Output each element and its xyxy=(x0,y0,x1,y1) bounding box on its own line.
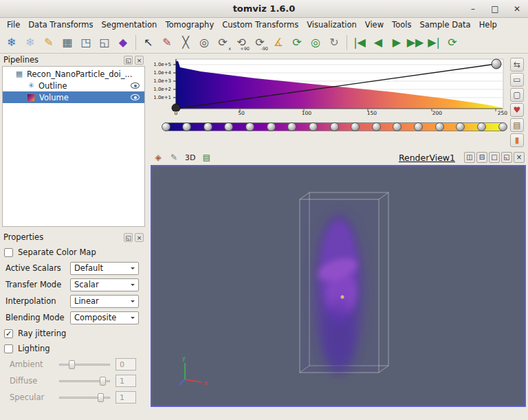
pin-view-icon[interactable]: ◈ xyxy=(152,151,164,164)
wireframe-cube-icon[interactable]: ◱ xyxy=(96,34,113,52)
combo-blending-mode[interactable]: Composite xyxy=(70,311,139,324)
pipeline-item-volume[interactable]: Volume xyxy=(3,91,144,103)
next-frame-icon[interactable]: ▶▶ xyxy=(406,34,424,52)
acquisition-icon[interactable]: ▦ xyxy=(58,34,76,52)
colormap-node[interactable] xyxy=(330,122,339,131)
properties-close-button[interactable]: × xyxy=(135,233,144,242)
render-view-title[interactable]: RenderView1 xyxy=(399,153,455,163)
color-legend-icon[interactable]: ▮ xyxy=(510,133,524,147)
loop-icon[interactable]: ⟳ xyxy=(443,34,461,52)
volume-cube-icon[interactable]: ◆ xyxy=(114,34,132,52)
menu-data-transforms[interactable]: Data Transforms xyxy=(24,19,97,31)
open-data-alt-icon[interactable]: ❄ xyxy=(21,34,39,52)
checkbox-row-lighting[interactable]: Lighting xyxy=(0,341,147,356)
view-mode-3d-label[interactable]: 3D xyxy=(184,153,197,162)
zoom-to-data-icon[interactable]: ◎ xyxy=(307,34,324,52)
zoom-box-icon[interactable]: ◎ xyxy=(195,34,213,52)
reset-camera-icon[interactable]: ⟳ xyxy=(288,34,306,52)
data-cube-icon[interactable]: ◳ xyxy=(77,34,95,52)
colormap-node[interactable] xyxy=(267,122,276,131)
colormap-node[interactable] xyxy=(162,122,170,131)
pipeline-root-item[interactable]: ▦ Recon_NanoParticle_doi_... xyxy=(3,68,144,80)
menu-custom-transforms[interactable]: Custom Transforms xyxy=(218,19,302,31)
colormap-node[interactable] xyxy=(182,122,191,131)
colormap-node[interactable] xyxy=(456,122,465,131)
minimize-button[interactable]: – xyxy=(468,4,478,14)
interaction-mode-icon[interactable]: ✎ xyxy=(168,151,180,164)
opacity-node-right[interactable] xyxy=(492,59,501,69)
colormap-bar[interactable] xyxy=(165,122,503,131)
maximize-view-button[interactable]: □ xyxy=(489,152,500,163)
slider-handle[interactable] xyxy=(100,377,106,386)
checkbox-row-separate-color-map[interactable]: Separate Color Map xyxy=(0,245,147,260)
edit-colormap-icon[interactable]: ✎ xyxy=(158,34,176,52)
colormap-node[interactable] xyxy=(393,122,402,131)
render-view[interactable]: y x xyxy=(151,165,526,407)
combo-transfer-mode[interactable]: Scalar xyxy=(70,278,139,291)
spinbox-diffuse[interactable]: 1 xyxy=(116,375,136,387)
split-horizontal-button[interactable]: ◫ xyxy=(464,152,475,163)
slider-handle[interactable] xyxy=(98,393,104,402)
transform-icon[interactable]: ╳ xyxy=(177,34,195,52)
prev-frame-icon[interactable]: ◀ xyxy=(369,34,387,52)
pipelines-close-button[interactable]: × xyxy=(135,56,144,65)
menu-help[interactable]: Help xyxy=(475,19,501,31)
menu-sample-data[interactable]: Sample Data xyxy=(415,19,474,31)
colormap-node[interactable] xyxy=(245,122,254,131)
pipelines-float-button[interactable]: ◱ xyxy=(124,56,133,65)
slider-handle[interactable] xyxy=(69,360,75,369)
rotate-minus90-icon[interactable]: ⟳-90 xyxy=(251,34,269,52)
spinbox-ambient[interactable]: 0 xyxy=(116,358,136,371)
rotate-x-icon[interactable]: ⟳x xyxy=(214,34,232,52)
slider-ambient[interactable] xyxy=(59,360,110,370)
histogram-chart[interactable] xyxy=(153,58,507,111)
colormap-node[interactable] xyxy=(414,122,423,131)
pointer-icon[interactable]: ↖ xyxy=(140,34,157,52)
checkbox-ray-jittering[interactable]: ✓ xyxy=(4,329,13,338)
play-icon[interactable]: ▶ xyxy=(388,34,406,52)
colormap-node[interactable] xyxy=(498,122,507,131)
menu-file[interactable]: File xyxy=(3,19,24,31)
open-data-icon[interactable]: ❄ xyxy=(3,34,21,52)
colormap-node[interactable] xyxy=(309,122,318,131)
title-bar[interactable]: tomviz 1.6.0 –□✕ xyxy=(0,0,528,18)
properties-float-button[interactable]: ◱ xyxy=(124,233,133,242)
colormap-node[interactable] xyxy=(224,122,233,131)
close-view-button[interactable]: × xyxy=(514,152,525,163)
histogram-settings-icon[interactable]: ⇆ xyxy=(510,58,524,71)
checkbox-row-ray-jittering[interactable]: ✓Ray jittering xyxy=(0,326,147,341)
reset-range-icon[interactable]: ▭ xyxy=(510,73,524,87)
spinbox-specular[interactable]: 1 xyxy=(116,391,136,404)
colormap-node[interactable] xyxy=(287,122,296,131)
menu-segmentation[interactable]: Segmentation xyxy=(98,19,162,31)
colormap-node[interactable] xyxy=(351,122,360,131)
first-frame-icon[interactable]: |◀ xyxy=(351,34,368,52)
slider-diffuse[interactable] xyxy=(59,376,110,386)
python-editor-icon[interactable]: ✎ xyxy=(40,34,58,52)
colormap-node[interactable] xyxy=(372,122,381,131)
combo-interpolation[interactable]: Linear xyxy=(70,295,139,308)
pipeline-item-outline[interactable]: ✳Outline xyxy=(3,80,144,91)
rotate-plus90-icon[interactable]: ⟲+90 xyxy=(232,34,250,52)
visibility-eye-icon[interactable] xyxy=(131,94,140,100)
custom-range-icon[interactable]: ▢ xyxy=(510,88,524,102)
popout-view-button[interactable]: ◱ xyxy=(501,152,512,163)
angle-tool-icon[interactable]: ∡ xyxy=(270,34,287,52)
combo-active-scalars[interactable]: Default xyxy=(70,262,139,275)
layout-book-icon[interactable]: ▤ xyxy=(200,151,212,164)
menu-visualization[interactable]: Visualization xyxy=(302,19,361,31)
colormap-node[interactable] xyxy=(477,122,486,131)
checkbox-separate-color-map[interactable] xyxy=(4,248,13,257)
colormap-node[interactable] xyxy=(435,122,444,131)
reload-icon[interactable]: ↻ xyxy=(325,34,343,52)
menu-view[interactable]: View xyxy=(361,19,388,31)
maximize-button[interactable]: □ xyxy=(490,4,500,14)
menu-tools[interactable]: Tools xyxy=(388,19,415,31)
presets-icon[interactable]: ▤ xyxy=(510,118,524,132)
slider-specular[interactable] xyxy=(59,393,110,403)
menu-tomography[interactable]: Tomography xyxy=(161,19,218,31)
last-frame-icon[interactable]: ▶| xyxy=(425,34,443,52)
visibility-eye-icon[interactable] xyxy=(131,82,140,89)
favorite-presets-icon[interactable]: ♥ xyxy=(510,103,524,117)
close-button[interactable]: ✕ xyxy=(512,4,522,14)
